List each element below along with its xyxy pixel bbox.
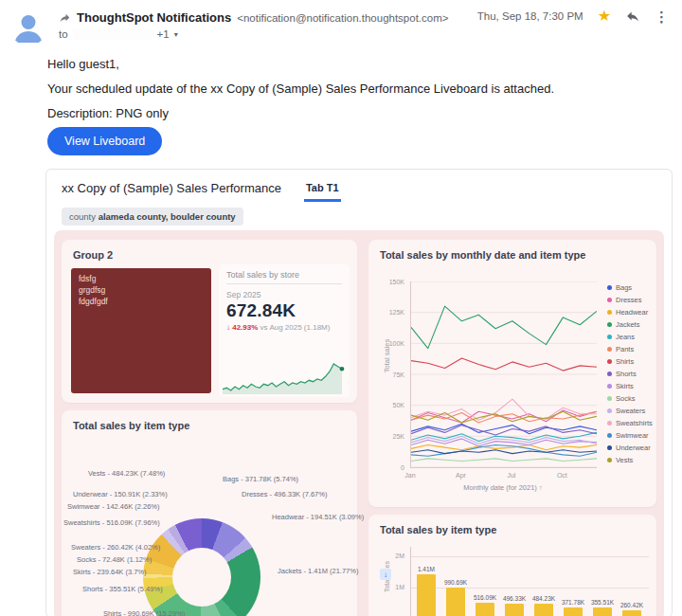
legend-item-dresses: Dresses <box>607 294 653 306</box>
legend-label: Headwear <box>616 308 648 317</box>
legend-item-jeans: Jeans <box>607 331 653 343</box>
legend-dot <box>607 359 612 364</box>
bar-value-label: 496.33K <box>499 595 529 602</box>
legend-item-jackets: Jackets <box>607 318 653 331</box>
liveboard-title: xx Copy of (Sample) Sales Performance <box>62 181 281 195</box>
kpi-change: ↓ 42.93% vs Aug 2025 (1.18M) <box>226 323 342 332</box>
pie-callout-socks: Socks - 72.48K (1.12%) <box>77 555 152 564</box>
pie-callout-swimwear: Swimwear - 142.46K (2.26%) <box>67 502 160 511</box>
legend-item-socks: Socks <box>607 392 653 405</box>
kpi-panel: Total sales by store Sep 2025 672.84K ↓ … <box>219 264 350 397</box>
bar-ytick: 2M <box>387 553 404 559</box>
legend-item-vests: Vests <box>607 454 653 466</box>
bar-ytick: 1M <box>387 584 404 590</box>
line-plot <box>410 281 597 468</box>
person-icon <box>9 8 47 45</box>
pie-callout-headwear: Headwear - 194.51K (3.09%) <box>272 513 364 521</box>
star-icon[interactable]: ★ <box>598 9 611 24</box>
line-card: Total sales by monthly date and item typ… <box>368 240 656 507</box>
bar-plot: 1.41M990.69K516.09K496.33K484.23K371.78K… <box>410 547 650 616</box>
legend-item-shirts: Shirts <box>607 355 653 368</box>
legend-dot <box>607 298 612 302</box>
liveboard-attachment-image[interactable]: xx Copy of (Sample) Sales Performance Ta… <box>45 169 673 616</box>
legend-dot <box>607 371 612 376</box>
sender-row: ThoughtSpot Notifications <notification@… <box>59 10 449 25</box>
view-liveboard-button[interactable]: View Liveboard <box>47 127 162 155</box>
bar-value-label: 1.41M <box>411 566 441 572</box>
legend-item-swimwear: Swimwear <box>607 429 653 442</box>
line-ytick: 25K <box>372 433 404 440</box>
legend-dot <box>607 285 612 290</box>
legend-dot <box>607 347 612 352</box>
line-x-axis-label: Monthly date (for 2021) ↑ <box>410 483 596 492</box>
kpi-title: Total sales by store <box>226 270 342 284</box>
legend-dot <box>607 384 612 389</box>
line-ytick: 0 <box>372 464 404 471</box>
legend-label: Sweaters <box>616 407 645 415</box>
line-xtick: Oct <box>551 472 572 479</box>
bar-2 <box>476 603 494 616</box>
legend-item-underwear: Underwear <box>607 442 653 454</box>
donut-card: Total sales by item type Bags - 371.78K … <box>62 410 357 616</box>
pie-callout-sweatshirts: Sweatshirts - 516.09K (7.96%) <box>63 518 160 527</box>
donut-title: Total sales by item type <box>73 420 189 431</box>
legend-label: Skirts <box>616 382 634 390</box>
pie-callout-sweaters: Sweaters - 260.42K (4.02%) <box>71 543 160 552</box>
bar-5 <box>564 607 583 616</box>
pie-callout-bags: Bags - 371.78K (5.74%) <box>223 475 298 483</box>
kpi-change-negative: ↓ 42.93% <box>226 323 258 332</box>
legend-label: Shorts <box>616 370 637 378</box>
chevron-down-icon[interactable]: ▾ <box>174 30 178 39</box>
kpi-value: 672.84K <box>226 300 342 321</box>
filter-values: alameda county, boulder county <box>99 211 236 222</box>
group-card: Group 2 fdsfg grgdfsg fdgdfgdf Total sal… <box>62 240 357 403</box>
bar-value-label: 260.42K <box>617 602 647 608</box>
bar-title: Total sales by item type <box>380 524 496 535</box>
legend-label: Dresses <box>616 296 642 304</box>
sender-avatar[interactable] <box>9 8 47 45</box>
legend-dot <box>607 335 612 339</box>
greeting-text: Hello guest1, <box>47 57 119 71</box>
more-options-icon[interactable]: ⋮ <box>655 9 669 24</box>
sort-descending-icon: ↓ <box>380 569 391 580</box>
kpi-period: Sep 2025 <box>226 290 342 299</box>
legend-label: Underwear <box>616 444 651 452</box>
legend-label: Pants <box>616 345 634 353</box>
treemap-label: fdsfg <box>79 274 204 285</box>
filter-chip: county alameda county, boulder county <box>62 208 243 226</box>
filter-name: county <box>69 211 96 222</box>
legend-label: Swimwear <box>616 431 649 440</box>
forward-arrow-icon <box>59 11 71 24</box>
group-title: Group 2 <box>73 249 113 261</box>
treemap-label: fdgdfgdf <box>79 297 204 308</box>
liveboard-header: xx Copy of (Sample) Sales Performance Ta… <box>62 181 341 202</box>
recipients-more: +1 <box>157 28 170 40</box>
bar-7 <box>622 610 641 616</box>
bar-value-label: 484.23K <box>529 595 559 602</box>
bar-0 <box>417 574 436 616</box>
legend-label: Socks <box>616 394 635 403</box>
legend-label: Sweatshirts <box>616 419 653 427</box>
store-sparkline <box>221 353 348 395</box>
line-title: Total sales by monthly date and item typ… <box>380 249 585 261</box>
legend-label: Shirts <box>616 357 634 366</box>
line-ytick: 100K <box>372 340 404 347</box>
email-meta: Thu, Sep 18, 7:30 PM ★ ⋮ <box>477 9 669 24</box>
legend-item-sweatshirts: Sweatshirts <box>607 417 653 429</box>
line-ytick: 125K <box>372 309 404 316</box>
recipient-details-toggle[interactable]: to +1 ▾ <box>59 28 178 40</box>
legend-dot <box>607 421 612 426</box>
reply-icon[interactable] <box>625 9 640 24</box>
bar-value-label: 990.69K <box>440 579 471 586</box>
legend-label: Vests <box>616 456 633 464</box>
sender-name: ThoughtSpot Notifications <box>77 10 231 25</box>
bar-3 <box>505 604 524 616</box>
line-ytick: 50K <box>372 402 404 408</box>
pie-callout-shirts: Shirts - 990.69K (15.29%) <box>103 609 185 616</box>
bar-value-label: 516.09K <box>470 594 500 601</box>
email-date: Thu, Sep 18, 7:30 PM <box>477 10 583 22</box>
pie-callout-dresses: Dresses - 496.33K (7.67%) <box>242 490 327 498</box>
pie-callout-shorts: Shorts - 355.51K (5.49%) <box>82 585 163 593</box>
legend-label: Jackets <box>616 320 639 329</box>
legend-dot <box>607 458 612 462</box>
